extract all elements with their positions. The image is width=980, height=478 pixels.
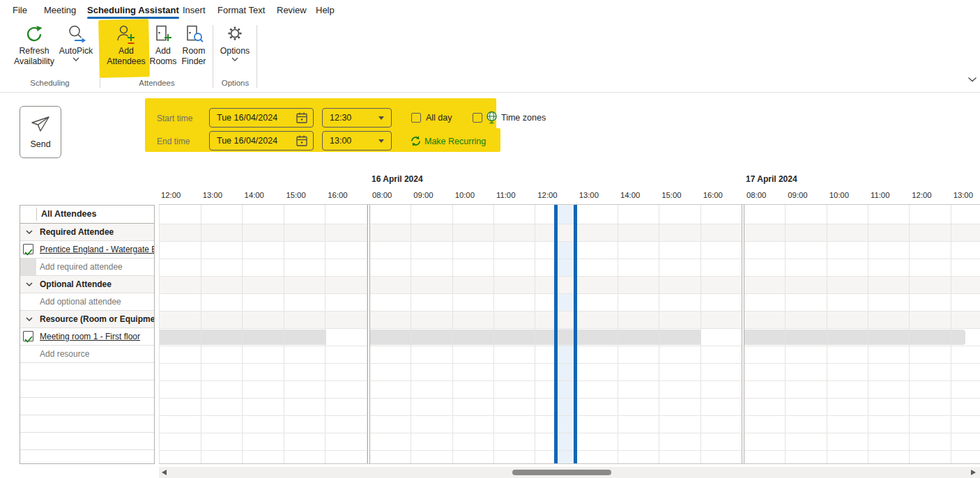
grid-hour-cell[interactable] xyxy=(618,205,659,463)
room-finder-button[interactable]: Room Finder xyxy=(178,24,209,67)
dropdown-arrow-icon xyxy=(378,139,384,143)
group-label-attendees: Attendees xyxy=(101,79,213,87)
end-time-combo[interactable]: 13:00 xyxy=(322,131,392,151)
scrollbar-thumb[interactable] xyxy=(512,470,611,475)
attendee-checkbox[interactable] xyxy=(23,331,33,341)
room-finder-label-2: Finder xyxy=(182,56,206,66)
time-zones-checkbox[interactable] xyxy=(473,113,482,123)
day-separator xyxy=(742,205,744,463)
scroll-right-arrow-icon[interactable] xyxy=(971,470,976,475)
options-button[interactable]: Options xyxy=(219,24,251,61)
chevron-down-icon[interactable] xyxy=(26,317,33,321)
gear-icon xyxy=(224,24,245,45)
free-busy-grid[interactable] xyxy=(159,204,980,464)
add-resource-row[interactable]: Add resource xyxy=(20,346,154,363)
hour-label: 13:00 xyxy=(579,191,599,199)
grid-hour-cell[interactable] xyxy=(494,205,535,463)
globe-icon xyxy=(486,111,498,124)
empty-row xyxy=(20,433,154,450)
attendee-name-link[interactable]: Meeting room 1 - First floor xyxy=(40,328,140,345)
chevron-down-icon xyxy=(72,57,79,61)
hour-label: 09:00 xyxy=(788,191,807,199)
end-date-field[interactable]: Tue 16/04/2024 xyxy=(209,131,314,151)
hour-label: 12:00 xyxy=(537,191,557,199)
section-row-optional-attendee: Optional Attendee xyxy=(20,276,154,293)
day-separator xyxy=(367,205,370,463)
grid-hour-cell[interactable] xyxy=(201,205,243,463)
grid-hour-cell[interactable] xyxy=(284,205,326,463)
all-day-checkbox[interactable] xyxy=(411,113,421,123)
hour-label: 16:00 xyxy=(703,191,723,199)
send-plane-icon xyxy=(31,116,50,132)
grid-hour-cell[interactable] xyxy=(453,205,494,463)
calendar-icon[interactable] xyxy=(296,134,308,147)
menu-format-text[interactable]: Format Text xyxy=(217,5,265,15)
autopick-button[interactable]: AutoPick xyxy=(59,24,93,61)
calendar-icon[interactable] xyxy=(296,111,308,124)
selection-start-bar[interactable] xyxy=(554,205,558,463)
hour-label: 10:00 xyxy=(455,191,475,199)
section-row-resource: Resource (Room or Equipment) xyxy=(20,311,154,328)
grid-hour-cell[interactable] xyxy=(701,205,742,463)
grid-hour-cell[interactable] xyxy=(659,205,700,463)
grid-hour-cell[interactable] xyxy=(160,205,201,463)
chevron-down-icon xyxy=(231,57,238,61)
hour-label: 14:00 xyxy=(620,191,640,199)
add-optional-attendee-row[interactable]: Add optional attendee xyxy=(20,293,154,311)
send-label: Send xyxy=(20,139,61,149)
start-date-field[interactable]: Tue 16/04/2024 xyxy=(209,108,314,128)
send-button[interactable]: Send xyxy=(20,106,61,158)
grid-hour-cell[interactable] xyxy=(243,205,284,463)
grid-hour-cell[interactable] xyxy=(411,205,452,463)
grid-hour-cell[interactable] xyxy=(827,205,868,463)
add-resource-placeholder: Add resource xyxy=(40,346,89,362)
menu-review[interactable]: Review xyxy=(277,5,307,15)
hour-label: 13:00 xyxy=(954,191,973,199)
hour-label: 15:00 xyxy=(286,191,305,199)
make-recurring-link[interactable]: Make Recurring xyxy=(424,137,486,146)
hour-label: 13:00 xyxy=(203,191,222,199)
add-rooms-button[interactable]: Add Rooms xyxy=(148,24,178,67)
grid-hour-cell[interactable] xyxy=(786,205,827,463)
scroll-left-arrow-icon[interactable] xyxy=(162,470,167,475)
hour-label: 12:00 xyxy=(912,191,931,199)
group-divider xyxy=(213,25,213,88)
grid-hour-cell[interactable] xyxy=(951,205,980,463)
add-rooms-label-1: Add xyxy=(155,46,171,56)
time-zones-label: Time zones xyxy=(501,113,546,123)
section-label: Resource (Room or Equipment) xyxy=(40,311,154,327)
add-attendees-button[interactable]: Add Attendees xyxy=(105,24,148,67)
attendee-panel: All Attendees Required Attendee Prentice… xyxy=(20,205,155,464)
chevron-down-icon[interactable] xyxy=(26,230,33,234)
horizontal-scrollbar[interactable] xyxy=(159,467,980,478)
menu-meeting[interactable]: Meeting xyxy=(44,5,76,15)
menu-help[interactable]: Help xyxy=(316,5,335,15)
start-time-label: Start time xyxy=(157,114,192,123)
start-time-combo[interactable]: 12:30 xyxy=(322,108,392,128)
section-row-required-attendee: Required Attendee xyxy=(20,224,154,241)
menu-scheduling-assistant[interactable]: Scheduling Assistant xyxy=(87,5,179,15)
add-required-attendee-row[interactable]: Add required attendee xyxy=(20,259,154,276)
menubar: File Meeting Scheduling Assistant Insert… xyxy=(0,0,980,21)
collapse-ribbon-chevron-icon[interactable] xyxy=(967,77,977,82)
attendee-row-meeting-room-1: Meeting room 1 - First floor xyxy=(20,328,154,346)
attendee-checkbox[interactable] xyxy=(23,244,33,254)
empty-row xyxy=(20,415,154,433)
menu-insert[interactable]: Insert xyxy=(183,5,206,15)
grid-hour-cell[interactable] xyxy=(868,205,910,463)
refresh-availability-button[interactable]: Refresh Availability xyxy=(10,24,59,67)
gray-cell xyxy=(20,259,36,275)
attendee-panel-header: All Attendees xyxy=(20,206,154,224)
add-attendees-label-2: Attendees xyxy=(107,56,145,66)
grid-hour-cell[interactable] xyxy=(910,205,951,463)
attendee-name-link[interactable]: Prentice England - Watergate Ba xyxy=(40,241,154,258)
grid-hour-cell[interactable] xyxy=(744,205,786,463)
grid-hour-cell[interactable] xyxy=(577,205,618,463)
chevron-down-icon[interactable] xyxy=(26,282,33,286)
selection-end-bar[interactable] xyxy=(574,205,577,463)
hour-labels-day-1: 08:00 09:00 10:00 11:00 12:00 13:00 14:0… xyxy=(370,191,742,203)
grid-hour-cell[interactable] xyxy=(326,205,367,463)
menu-file[interactable]: File xyxy=(13,5,27,15)
group-label-scheduling: Scheduling xyxy=(0,79,100,87)
grid-hour-cell[interactable] xyxy=(370,205,411,463)
